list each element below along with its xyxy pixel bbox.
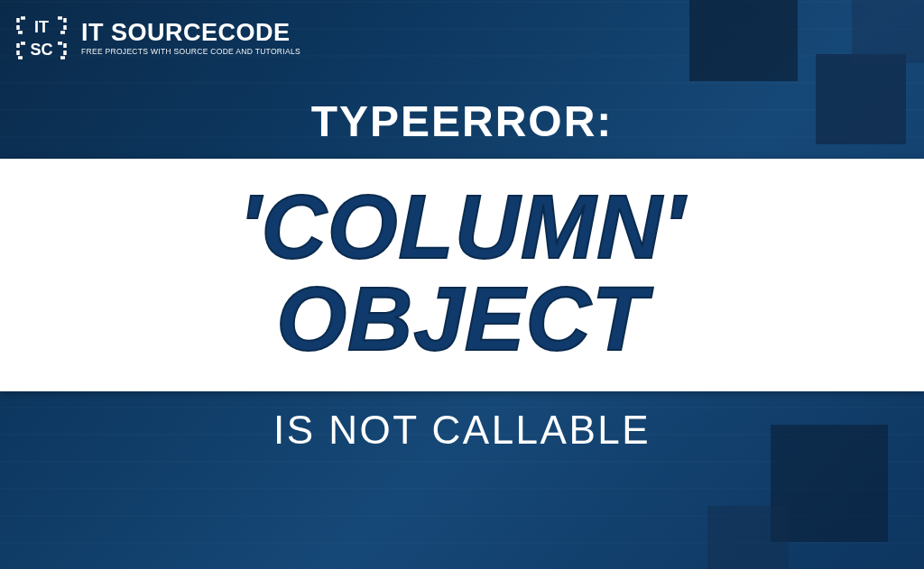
brand-text: IT SOURCECODE FREE PROJECTS WITH SOURCE … [81,21,300,56]
title-main-line2: OBJECT [276,272,648,364]
title-band: 'COLUMN' OBJECT [0,159,924,391]
content: TYPEERROR: 'COLUMN' OBJECT IS NOT CALLAB… [0,76,924,453]
logo-text-bottom: SC [30,41,52,59]
brand-name: IT SOURCECODE [81,21,300,45]
logo-text-top: IT [34,18,49,36]
logo-icon: IT SC [13,13,70,63]
title-bottom: IS NOT CALLABLE [273,408,651,453]
title-main-line1: 'COLUMN' [239,180,685,272]
title-top: TYPEERROR: [311,96,614,146]
decorative-square [707,506,789,569]
header: IT SC IT SOURCECODE FREE PROJECTS WITH S… [0,0,924,76]
brand-tagline: FREE PROJECTS WITH SOURCE CODE AND TUTOR… [81,47,300,56]
